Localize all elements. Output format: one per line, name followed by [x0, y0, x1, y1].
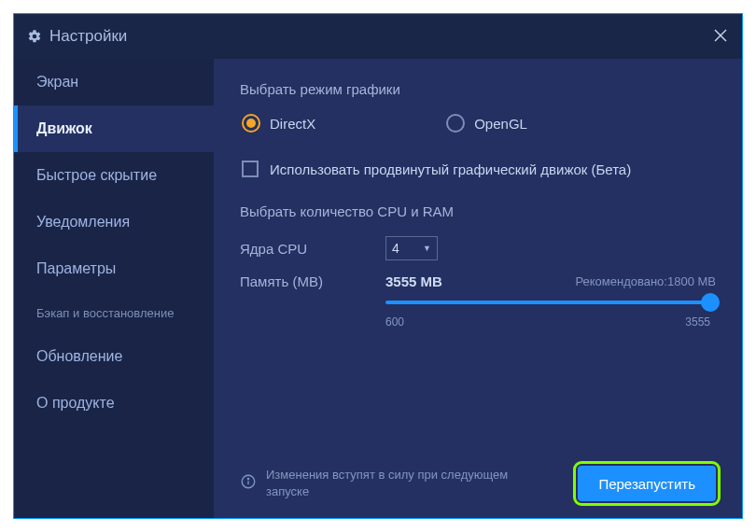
- restart-button[interactable]: Перезапустить: [578, 466, 716, 501]
- sidebar-item-label: Уведомления: [36, 214, 130, 231]
- radio-label: DirectX: [270, 116, 315, 132]
- svg-point-4: [247, 478, 248, 479]
- cpu-cores-select[interactable]: 4 ▼: [385, 236, 438, 260]
- radio-circle-icon: [446, 114, 465, 133]
- radio-circle-icon: [242, 114, 260, 133]
- chevron-down-icon: ▼: [423, 244, 431, 253]
- sidebar-item-label: Движок: [36, 120, 92, 137]
- sidebar-item-label: Обновление: [36, 348, 122, 365]
- sidebar-item-backup-restore[interactable]: Бэкап и восстановление: [14, 292, 214, 333]
- select-value: 4: [392, 241, 399, 256]
- footer-info-text: Изменения вступят в силу при следующем з…: [266, 467, 546, 500]
- window-title: Настройки: [49, 27, 127, 46]
- slider-range-labels: 600 3555: [385, 315, 710, 329]
- sidebar-item-label: Быстрое скрытие: [36, 167, 157, 184]
- gear-icon: [27, 29, 42, 44]
- sidebar-item-engine[interactable]: Движок: [14, 105, 214, 152]
- memory-label: Память (MB): [240, 273, 385, 289]
- sidebar-item-label: О продукте: [36, 395, 115, 412]
- slider-track: [385, 301, 710, 304]
- close-icon[interactable]: [712, 27, 729, 49]
- memory-row: Память (MB) 3555 MB Рекомендовано:1800 M…: [240, 273, 716, 289]
- cpu-ram-title: Выбрать количество CPU и RAM: [240, 203, 716, 219]
- sidebar-item-boss-key[interactable]: Быстрое скрытие: [14, 152, 214, 199]
- slider-max-label: 3555: [685, 315, 710, 329]
- body-area: Экран Движок Быстрое скрытие Уведомления…: [14, 59, 742, 518]
- graphics-mode-radio-group: DirectX OpenGL: [242, 114, 716, 133]
- sidebar-item-label: Бэкап и восстановление: [36, 306, 174, 320]
- checkbox-icon: [242, 161, 259, 177]
- footer: Изменения вступят в силу при следующем з…: [240, 455, 716, 501]
- memory-value: 3555 MB: [385, 273, 442, 289]
- sidebar-item-preferences[interactable]: Параметры: [14, 245, 214, 292]
- advanced-engine-checkbox[interactable]: Использовать продвинутый графический дви…: [242, 161, 716, 177]
- titlebar: Настройки: [14, 14, 742, 59]
- sidebar-item-label: Экран: [36, 74, 78, 91]
- radio-opengl[interactable]: OpenGL: [446, 114, 527, 133]
- radio-label: OpenGL: [474, 116, 527, 132]
- graphics-mode-title: Выбрать режим графики: [240, 81, 716, 97]
- cpu-cores-row: Ядра CPU 4 ▼: [240, 236, 716, 260]
- sidebar: Экран Движок Быстрое скрытие Уведомления…: [14, 59, 214, 518]
- settings-window: Настройки Экран Движок Быстрое скрытие У…: [13, 13, 743, 519]
- slider-handle[interactable]: [701, 293, 720, 312]
- memory-slider[interactable]: 600 3555: [385, 301, 716, 329]
- cpu-cores-label: Ядра CPU: [240, 241, 385, 257]
- sidebar-item-display[interactable]: Экран: [14, 59, 214, 105]
- radio-directx[interactable]: DirectX: [242, 114, 315, 133]
- info-icon: [240, 473, 257, 494]
- memory-recommended: Рекомендовано:1800 MB: [575, 274, 716, 288]
- slider-min-label: 600: [385, 315, 404, 329]
- checkbox-label: Использовать продвинутый графический дви…: [270, 161, 631, 177]
- sidebar-item-label: Параметры: [36, 260, 116, 277]
- sidebar-item-update[interactable]: Обновление: [14, 333, 214, 380]
- sidebar-item-notifications[interactable]: Уведомления: [14, 199, 214, 245]
- content-panel: Выбрать режим графики DirectX OpenGL Исп…: [214, 59, 742, 518]
- sidebar-item-about[interactable]: О продукте: [14, 380, 214, 427]
